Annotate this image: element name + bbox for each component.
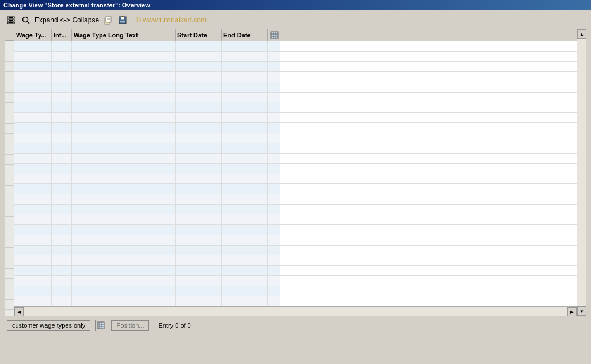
table-row[interactable] xyxy=(14,93,577,103)
table-cell-wage-long xyxy=(72,93,176,102)
table-cell-start-date xyxy=(176,82,222,92)
col-header-inf: Inf... xyxy=(52,29,72,41)
table-cell-wage-long xyxy=(72,266,176,275)
table-cell-inf xyxy=(52,194,72,204)
table-row[interactable] xyxy=(14,143,577,154)
table-row[interactable] xyxy=(14,225,577,235)
table-row[interactable] xyxy=(14,72,577,82)
table-row[interactable] xyxy=(14,266,577,276)
find-icon[interactable] xyxy=(20,14,32,26)
table-row[interactable] xyxy=(14,133,577,144)
table-row[interactable] xyxy=(14,276,577,286)
row-number xyxy=(5,51,14,62)
table-cell-inf xyxy=(52,205,72,214)
table-row[interactable] xyxy=(14,123,577,133)
table-row[interactable] xyxy=(14,154,577,164)
row-number xyxy=(5,279,14,289)
table-scroll-area: Wage Ty... Inf... Wage Type Long Text St… xyxy=(14,29,577,316)
title-bar: Change View "Store external transfer": O… xyxy=(0,0,591,10)
table-cell-wage-ty xyxy=(14,154,52,163)
table-cell-wage-long xyxy=(72,72,176,82)
column-settings-icon[interactable] xyxy=(268,29,280,41)
table-cell-spacer xyxy=(268,164,280,174)
svg-rect-8 xyxy=(120,21,125,23)
table-cell-end-date xyxy=(222,123,268,133)
row-number xyxy=(5,196,14,206)
table-row[interactable] xyxy=(14,296,577,306)
table-cell-end-date xyxy=(222,266,268,275)
table-row[interactable] xyxy=(14,246,577,256)
table-cell-spacer xyxy=(268,266,280,275)
table-row[interactable] xyxy=(14,82,577,93)
table-cell-start-date xyxy=(176,194,222,204)
table-row[interactable] xyxy=(14,102,577,113)
scroll-left-btn[interactable]: ◀ xyxy=(14,307,24,316)
table-cell-wage-ty xyxy=(14,246,52,255)
scroll-up-btn[interactable]: ▲ xyxy=(577,29,586,39)
expand-collapse-text[interactable]: Expand <-> Collapse xyxy=(35,16,99,24)
table-cell-spacer xyxy=(268,184,280,194)
configure-icon[interactable] xyxy=(5,14,17,26)
table-row[interactable] xyxy=(14,194,577,205)
table-cell-end-date xyxy=(222,62,268,71)
table-cell-inf xyxy=(52,225,72,235)
table-cell-wage-long xyxy=(72,52,176,62)
svg-line-1 xyxy=(28,22,30,24)
scroll-right-btn[interactable]: ▶ xyxy=(567,307,577,316)
table-cell-end-date xyxy=(222,93,268,102)
position-button[interactable]: Position... xyxy=(111,320,149,331)
table-row[interactable] xyxy=(14,286,577,297)
table-cell-end-date xyxy=(222,255,268,265)
table-cell-wage-long xyxy=(72,225,176,235)
table-cell-wage-ty xyxy=(14,72,52,82)
table-cell-spacer xyxy=(268,72,280,82)
row-number xyxy=(5,186,14,196)
table-row[interactable] xyxy=(14,184,577,194)
customer-wage-types-button[interactable]: customer wage types only xyxy=(7,320,90,331)
table-row[interactable] xyxy=(14,62,577,72)
table-cell-wage-ty xyxy=(14,113,52,122)
table-row[interactable] xyxy=(14,164,577,174)
data-table: Wage Ty... Inf... Wage Type Long Text St… xyxy=(5,29,586,316)
table-cell-inf xyxy=(52,93,72,102)
row-number xyxy=(5,113,14,124)
table-cell-spacer xyxy=(268,246,280,255)
table-cell-end-date xyxy=(222,276,268,286)
table-cell-inf xyxy=(52,164,72,174)
table-row[interactable] xyxy=(14,174,577,185)
svg-rect-7 xyxy=(121,17,124,20)
table-cell-wage-ty xyxy=(14,235,52,245)
table-cell-end-date xyxy=(222,194,268,204)
col-header-end-date: End Date xyxy=(222,29,268,41)
table-cell-start-date xyxy=(176,102,222,112)
bottom-bar: customer wage types only Position... Ent… xyxy=(5,316,586,335)
table-row[interactable] xyxy=(14,113,577,123)
row-number xyxy=(5,217,14,227)
table-row[interactable] xyxy=(14,255,577,266)
table-cell-wage-ty xyxy=(14,102,52,112)
table-row[interactable] xyxy=(14,52,577,62)
row-number xyxy=(5,300,14,310)
table-cell-wage-ty xyxy=(14,214,52,224)
copy-icon[interactable] xyxy=(101,14,114,26)
table-row[interactable] xyxy=(14,41,577,52)
table-row[interactable] xyxy=(14,235,577,246)
table-cell-start-date xyxy=(176,184,222,194)
table-cell-inf xyxy=(52,41,72,51)
table-row[interactable] xyxy=(14,214,577,225)
toolbar: Expand <-> Collapse © www.tutorialkart.c… xyxy=(5,13,586,29)
table-cell-inf xyxy=(52,276,72,286)
table-cell-wage-ty xyxy=(14,266,52,275)
position-icon-btn[interactable] xyxy=(95,320,106,331)
save-icon[interactable] xyxy=(116,14,129,26)
table-cell-wage-long xyxy=(72,123,176,133)
table-cell-spacer xyxy=(268,214,280,224)
table-cell-wage-long xyxy=(72,246,176,255)
table-wrapper: Wage Ty... Inf... Wage Type Long Text St… xyxy=(5,29,586,316)
table-cell-end-date xyxy=(222,184,268,194)
table-cell-spacer xyxy=(268,123,280,133)
scroll-down-btn[interactable]: ▼ xyxy=(577,306,586,316)
table-cell-spacer xyxy=(268,102,280,112)
table-cell-wage-long xyxy=(72,235,176,245)
table-row[interactable] xyxy=(14,205,577,215)
